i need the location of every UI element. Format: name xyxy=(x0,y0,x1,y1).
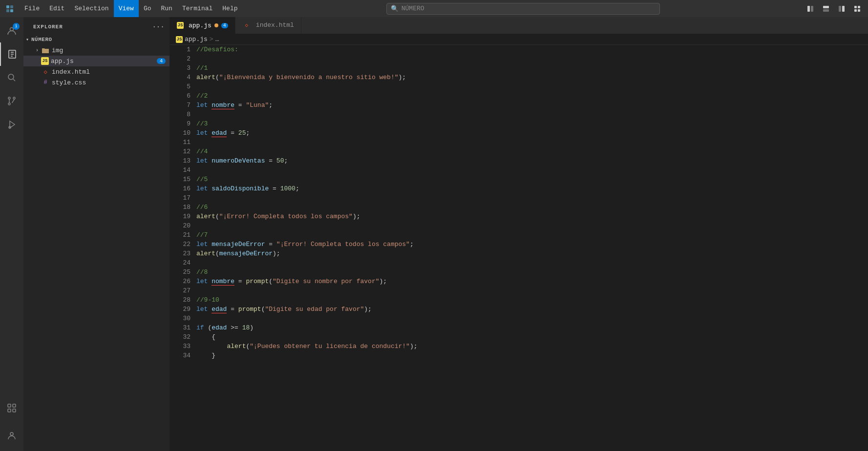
search-icon: 🔍 xyxy=(391,5,399,13)
html-chevron xyxy=(33,68,41,76)
tree-item-appjs[interactable]: JS app.js 4 xyxy=(23,56,169,66)
extensions-btn[interactable] xyxy=(0,396,23,420)
main-layout: 1 xyxy=(0,17,868,451)
css-chevron xyxy=(33,79,41,86)
line-number-20: 20 xyxy=(174,221,191,230)
tree-item-stylecss[interactable]: # style.css xyxy=(23,77,169,88)
line-number-28: 28 xyxy=(174,295,191,305)
menu-item-selection[interactable]: Selection xyxy=(69,0,113,17)
menu-item-run[interactable]: Run xyxy=(156,0,177,17)
file-tree: ▾ NÚMERO › img JS app.js 4 xyxy=(23,34,169,451)
tree-root-folder[interactable]: ▾ NÚMERO xyxy=(23,34,169,45)
code-line-28: //9-10 xyxy=(196,295,860,305)
css-icon: # xyxy=(41,78,50,87)
tab-indexhtml[interactable]: ◇ index.html xyxy=(235,17,301,34)
explorer-btn[interactable] xyxy=(0,42,23,66)
line-number-19: 19 xyxy=(174,212,191,221)
menu-item-terminal[interactable]: Terminal xyxy=(177,0,217,17)
tab-appjs-modified-dot xyxy=(214,23,218,27)
svg-rect-4 xyxy=(807,6,810,12)
indexhtml-label: index.html xyxy=(52,68,166,76)
html-icon: ◇ xyxy=(41,67,50,76)
search-btn[interactable] xyxy=(0,66,23,89)
menu-item-go[interactable]: Go xyxy=(139,0,156,17)
line-number-32: 32 xyxy=(174,332,191,342)
root-folder-label: NÚMERO xyxy=(31,37,52,42)
appjs-icon: JS xyxy=(41,57,49,65)
code-content[interactable]: //Desafíos: //1alert("¡Bienvenida y bien… xyxy=(194,45,868,451)
svg-rect-23 xyxy=(8,409,11,412)
svg-rect-13 xyxy=(858,9,860,12)
svg-rect-0 xyxy=(6,5,9,8)
window-controls xyxy=(804,3,864,15)
line-number-31: 31 xyxy=(174,323,191,332)
layout-btn-2[interactable] xyxy=(819,3,833,15)
menu-item-view[interactable]: View xyxy=(114,0,139,17)
code-editor[interactable]: 1234567891011121314151617181920212223242… xyxy=(170,45,868,451)
menu-item-edit[interactable]: Edit xyxy=(44,0,69,17)
code-line-11 xyxy=(196,138,860,147)
code-line-31: if (edad >= 18) xyxy=(196,323,860,332)
line-number-25: 25 xyxy=(174,267,191,277)
line-number-15: 15 xyxy=(174,175,191,184)
account-badge: 1 xyxy=(13,23,20,30)
tree-item-indexhtml[interactable]: ◇ index.html xyxy=(23,66,169,77)
tree-item-img[interactable]: › img xyxy=(23,45,169,56)
code-line-4: alert("¡Bienvenida y bienvenido a nuestr… xyxy=(196,73,860,82)
app-icon xyxy=(0,5,20,13)
code-line-16: let saldoDisponible = 1000; xyxy=(196,184,860,193)
menu-bar: FileEditSelectionViewGoRunTerminalHelp xyxy=(20,0,243,17)
run-debug-btn[interactable] xyxy=(0,113,23,136)
line-number-30: 30 xyxy=(174,314,191,323)
line-number-12: 12 xyxy=(174,147,191,156)
appjs-label: app.js xyxy=(51,58,157,65)
svg-point-17 xyxy=(8,97,10,99)
svg-rect-6 xyxy=(823,6,829,8)
svg-point-16 xyxy=(8,74,14,80)
img-folder-icon xyxy=(41,46,50,55)
code-line-30 xyxy=(196,314,860,323)
search-area: 🔍 NÚMERO xyxy=(243,3,804,15)
account-btn[interactable]: 1 xyxy=(0,19,23,42)
svg-rect-21 xyxy=(8,404,11,407)
line-number-14: 14 xyxy=(174,165,191,175)
layout-btn-4[interactable] xyxy=(850,3,864,15)
svg-rect-7 xyxy=(823,9,829,12)
sidebar-more-btn[interactable]: ··· xyxy=(153,21,164,32)
line-number-16: 16 xyxy=(174,184,191,193)
line-number-2: 2 xyxy=(174,54,191,63)
appjs-chevron xyxy=(33,57,41,65)
breadcrumb: JS app.js > … xyxy=(170,34,868,45)
line-number-33: 33 xyxy=(174,342,191,351)
line-number-26: 26 xyxy=(174,277,191,286)
svg-rect-24 xyxy=(13,409,16,412)
tab-appjs[interactable]: JS app.js 4 xyxy=(170,17,235,34)
menu-item-help[interactable]: Help xyxy=(217,0,242,17)
line-number-5: 5 xyxy=(174,82,191,91)
line-number-23: 23 xyxy=(174,249,191,258)
command-palette[interactable]: 🔍 NÚMERO xyxy=(386,3,660,15)
code-line-8 xyxy=(196,110,860,119)
code-line-15: //5 xyxy=(196,175,860,184)
layout-btn-3[interactable] xyxy=(835,3,848,15)
line-number-8: 8 xyxy=(174,110,191,119)
code-line-13: let numeroDeVentas = 50; xyxy=(196,156,860,165)
code-line-9: //3 xyxy=(196,119,860,128)
code-line-25: //8 xyxy=(196,267,860,277)
breadcrumb-filename: app.js xyxy=(185,36,208,43)
img-label: img xyxy=(52,47,166,54)
account-bottom-btn[interactable] xyxy=(0,424,23,447)
layout-btn-1[interactable] xyxy=(804,3,817,15)
code-line-14 xyxy=(196,165,860,175)
menu-item-file[interactable]: File xyxy=(20,0,44,17)
titlebar: FileEditSelectionViewGoRunTerminalHelp 🔍… xyxy=(0,0,868,17)
editor-area: JS app.js 4 ◇ index.html JS app.js > … 1… xyxy=(170,17,868,451)
activity-bar: 1 xyxy=(0,17,23,451)
line-number-17: 17 xyxy=(174,193,191,203)
source-control-btn[interactable] xyxy=(0,89,23,113)
code-line-23: alert(mensajeDeError); xyxy=(196,249,860,258)
img-chevron-icon: › xyxy=(33,46,41,54)
breadcrumb-sep: > xyxy=(210,36,213,43)
code-line-27 xyxy=(196,286,860,295)
svg-rect-1 xyxy=(10,5,13,8)
